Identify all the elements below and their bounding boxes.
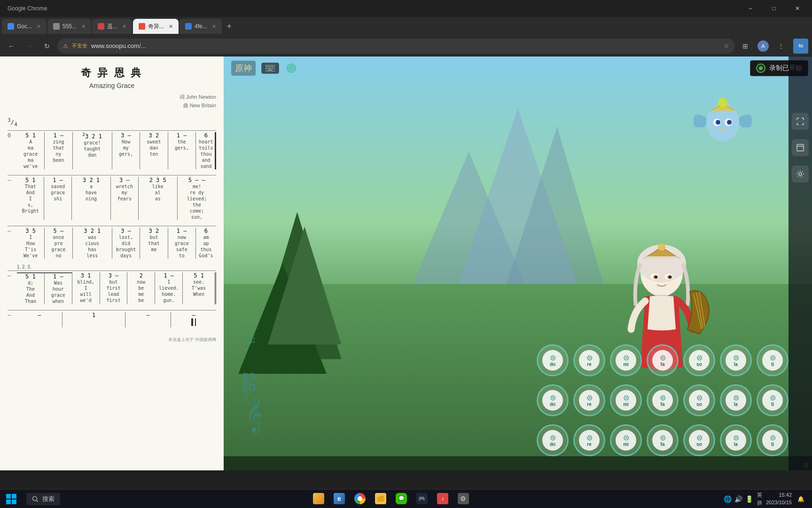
sheet-music-panel: 奇 异 恩 典 Amazing Grace 词 John Newton 曲 Ne… xyxy=(0,56,224,470)
note-symbol: ⊜ xyxy=(623,434,629,442)
note-fa-treble[interactable]: ⊜ fa xyxy=(647,424,679,456)
measure-f-2: 1 xyxy=(62,312,125,327)
measures-3: 3 5 IHowT'isWe've 5 – oncepregraceno 3 2… xyxy=(17,228,216,259)
alto-clef-svg: 𝄡 3 xyxy=(242,365,261,403)
clock[interactable]: 15:42 2023/10/15 xyxy=(766,492,792,506)
lang-en[interactable]: 英 xyxy=(757,492,762,499)
url-bar[interactable]: ⚠ 不安全 www.sooopu.com/... ☆ xyxy=(57,39,735,54)
new-tab-button[interactable]: + xyxy=(223,20,236,33)
tab-label: 4fe... xyxy=(195,23,207,30)
network-icon[interactable]: 🌐 xyxy=(724,495,732,503)
close-button[interactable]: ✕ xyxy=(787,0,808,17)
note-mi-treble[interactable]: ⊜ mi xyxy=(610,424,642,456)
tab-qiyi[interactable]: 奇异... ✕ xyxy=(133,19,179,34)
measure-f-3: – xyxy=(125,312,171,327)
back-button[interactable]: ← xyxy=(4,39,19,54)
taskbar-app-wechat[interactable]: 💬 xyxy=(392,490,411,508)
note-symbol: ⊜ xyxy=(623,394,629,402)
tab-yao[interactable]: 遥... ✕ xyxy=(92,19,132,34)
measure-3-3: 3 2 1 wascioushasless xyxy=(73,228,112,259)
note-ti-bass[interactable]: ⊜ ti xyxy=(757,344,789,376)
note-ti-treble[interactable]: ⊜ ti xyxy=(757,424,789,456)
title-bar: Google Chrome – □ ✕ xyxy=(0,0,812,17)
tab-close[interactable]: ✕ xyxy=(81,24,86,30)
note-mi-bass[interactable]: ⊜ mi xyxy=(610,344,642,376)
note-do-bass[interactable]: ⊜ do xyxy=(537,344,569,376)
measure-4-6: 1 – Ilieved.home.gun. xyxy=(155,272,183,304)
note-re-alto[interactable]: ⊜ re xyxy=(573,384,605,416)
note-so-alto[interactable]: ⊜ so xyxy=(683,384,715,416)
note-inner: ⊜ so xyxy=(689,390,710,411)
final-double-bar xyxy=(191,318,196,326)
forward-button[interactable]: → xyxy=(22,39,37,54)
note-la-treble[interactable]: ⊜ la xyxy=(720,424,752,456)
minimize-button[interactable]: – xyxy=(740,0,761,17)
tab-555[interactable]: 555... ✕ xyxy=(47,19,91,34)
note-inner: ⊜ ti xyxy=(762,350,783,371)
note-re-bass[interactable]: ⊜ re xyxy=(573,344,605,376)
bookmark-icon[interactable]: ☆ xyxy=(724,42,729,49)
measure-notes: 1 – xyxy=(47,132,70,139)
measure-f-1: – xyxy=(17,312,62,327)
note-do-treble[interactable]: ⊜ do xyxy=(537,424,569,456)
svg-point-29 xyxy=(718,98,727,107)
main-content: 奇 异 恩 典 Amazing Grace 词 John Newton 曲 Ne… xyxy=(0,56,812,470)
edge-icon: e xyxy=(334,493,345,504)
measure-notes: 23 2 1 xyxy=(75,132,110,140)
tab-favicon xyxy=(185,23,192,30)
taskbar-app-music[interactable]: ♪ xyxy=(433,490,452,508)
note-label: mi xyxy=(623,402,629,407)
measure-notes: 2 xyxy=(129,272,153,279)
battery-icon[interactable]: 🔋 xyxy=(745,495,753,503)
measure-2-5: 2 3 5 likealas xyxy=(139,177,178,220)
tab-close[interactable]: ✕ xyxy=(169,24,173,30)
note-ti-alto[interactable]: ⊜ ti xyxy=(757,384,789,416)
keyboard-button[interactable] xyxy=(261,63,279,74)
notification-button[interactable]: 🔔 xyxy=(796,496,806,502)
extension-icon[interactable]: 4e xyxy=(793,39,808,54)
tab-close[interactable]: ✕ xyxy=(122,24,126,30)
volume-icon[interactable]: 🔊 xyxy=(734,495,742,503)
note-fa-alto[interactable]: ⊜ fa xyxy=(647,384,679,416)
taskbar-app-explorer[interactable] xyxy=(309,490,328,508)
tab-close[interactable]: ✕ xyxy=(212,24,216,30)
start-button[interactable] xyxy=(0,490,23,508)
note-do-alto[interactable]: ⊜ do xyxy=(537,384,569,416)
taskbar-app-files[interactable] xyxy=(371,490,390,508)
profile-button[interactable]: A xyxy=(756,39,771,54)
verse-row-4: 1. 2. 3. – 5 1 d;TheAndThan 1 – Washourg… xyxy=(8,264,216,304)
note-re-treble[interactable]: ⊜ re xyxy=(573,424,605,456)
note-label: la xyxy=(734,442,738,447)
note-so-treble[interactable]: ⊜ so xyxy=(683,424,715,456)
note-mi-alto[interactable]: ⊜ mi xyxy=(610,384,642,416)
tab-close[interactable]: ✕ xyxy=(37,24,41,30)
explorer-icon xyxy=(313,493,324,504)
search-bar[interactable]: 搜索 xyxy=(26,493,60,505)
note-la-bass[interactable]: ⊜ la xyxy=(720,344,752,376)
taskbar-app-chrome[interactable] xyxy=(351,490,369,508)
extensions-button[interactable]: ⊞ xyxy=(738,39,753,54)
reload-button[interactable]: ↻ xyxy=(39,39,55,54)
measure-4-2: 1 – Washourgracewhen xyxy=(45,272,72,304)
note-label: ti xyxy=(771,402,774,407)
tab-goc[interactable]: Goc... ✕ xyxy=(2,19,47,34)
more-button[interactable]: ⋮ xyxy=(773,39,789,54)
measure-notes: – xyxy=(19,312,60,318)
taskbar-app-settings[interactable]: ⚙ xyxy=(454,490,473,508)
maximize-button[interactable]: □ xyxy=(763,0,785,17)
windowed-button[interactable] xyxy=(792,139,809,156)
wechat-icon: 💬 xyxy=(396,493,407,504)
note-so-bass[interactable]: ⊜ so xyxy=(683,344,715,376)
fullscreen-button[interactable] xyxy=(792,113,809,130)
lang-pin[interactable]: 拼 xyxy=(757,500,762,507)
note-symbol: ⊜ xyxy=(623,354,629,362)
tab-4fe[interactable]: 4fe... ✕ xyxy=(180,19,222,34)
note-fa-bass[interactable]: ⊜ fa xyxy=(647,344,679,376)
toolbar: ← → ↻ ⚠ 不安全 www.sooopu.com/... ☆ ⊞ A ⋮ 4… xyxy=(0,36,812,56)
taskbar-app-steam[interactable]: 🎮 xyxy=(413,490,431,508)
settings-game-button[interactable] xyxy=(792,166,809,183)
clef-treble-area: 𝄞 xyxy=(242,398,261,456)
note-la-alto[interactable]: ⊜ la xyxy=(720,384,752,416)
taskbar-app-edge[interactable]: e xyxy=(330,490,349,508)
measure-lyrics: thegers, xyxy=(170,139,194,151)
